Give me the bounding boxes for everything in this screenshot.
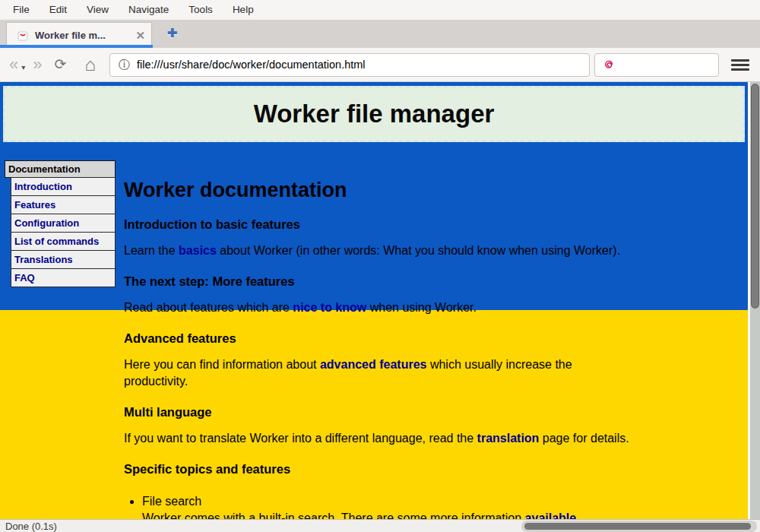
menu-edit[interactable]: Edit bbox=[40, 0, 77, 20]
text: Read about features which are bbox=[124, 301, 293, 314]
sidebar-item-faq[interactable]: FAQ bbox=[11, 268, 116, 287]
tab-worker-file-manager[interactable]: Worker file m... ✕ bbox=[6, 22, 152, 48]
navigation-toolbar: « ▾ » ⟳ ⌂ ⓘ file:///usr/share/doc/worker… bbox=[0, 48, 760, 82]
page-title: Worker documentation bbox=[124, 179, 741, 202]
menu-navigate[interactable]: Navigate bbox=[119, 0, 179, 20]
heading-next-step: The next step: More features bbox=[124, 274, 741, 289]
menu-tools[interactable]: Tools bbox=[179, 0, 223, 20]
status-text: Done (0.1s) bbox=[5, 521, 57, 532]
tab-bar: Worker file m... ✕ ✚ bbox=[0, 20, 760, 48]
text: Worker comes with a built-in search. The… bbox=[142, 511, 525, 519]
menubar: File Edit View Navigate Tools Help bbox=[0, 0, 760, 20]
main-menu-icon[interactable] bbox=[731, 59, 749, 71]
list-item-file-search: File search Worker comes with a built-in… bbox=[142, 493, 741, 519]
reload-icon[interactable]: ⟳ bbox=[52, 53, 70, 76]
browser-window: File Edit View Navigate Tools Help Worke… bbox=[0, 0, 760, 532]
heading-advanced: Advanced features bbox=[124, 331, 741, 346]
link-translation[interactable]: translation bbox=[477, 432, 540, 445]
doc-sidebar: Documentation Introduction Features Conf… bbox=[5, 160, 120, 519]
link-available[interactable]: available bbox=[525, 511, 577, 519]
vertical-scrollbar-thumb[interactable] bbox=[751, 84, 759, 309]
paragraph-intro: Learn the basics about Worker (in other … bbox=[124, 242, 741, 259]
status-bar: Done (0.1s) bbox=[0, 519, 760, 532]
url-bar[interactable]: ⓘ file:///usr/share/doc/worker/documenta… bbox=[109, 53, 590, 77]
sidebar-item-features[interactable]: Features bbox=[11, 195, 116, 214]
back-history-caret-icon[interactable]: ▾ bbox=[21, 63, 25, 71]
link-nice-to-know[interactable]: nice to know bbox=[293, 301, 366, 314]
text: File search bbox=[142, 495, 201, 508]
sidebar-item-configuration[interactable]: Configuration bbox=[11, 214, 116, 233]
text: . bbox=[576, 511, 579, 519]
horizontal-scrollbar[interactable] bbox=[521, 521, 757, 532]
menu-view[interactable]: View bbox=[77, 0, 119, 20]
heading-multi-language: Multi language bbox=[124, 405, 741, 420]
doc-main-content: Worker documentation Introduction to bas… bbox=[124, 160, 741, 519]
search-input[interactable] bbox=[594, 53, 719, 77]
sidebar-item-list-of-commands[interactable]: List of commands bbox=[11, 232, 116, 251]
home-icon[interactable]: ⌂ bbox=[81, 53, 99, 76]
text: Learn the bbox=[124, 244, 179, 257]
url-text[interactable]: file:///usr/share/doc/worker/documentati… bbox=[137, 59, 366, 71]
active-tab-underline bbox=[0, 45, 153, 48]
paragraph-next-step: Read about features which are nice to kn… bbox=[124, 299, 741, 316]
text: when using Worker. bbox=[366, 301, 477, 314]
text: productivity. bbox=[124, 375, 188, 388]
paragraph-multi-language: If you want to translate Worker into a d… bbox=[124, 430, 741, 447]
tab-title: Worker file m... bbox=[35, 30, 129, 41]
menu-file[interactable]: File bbox=[3, 0, 40, 20]
debian-swirl-icon bbox=[603, 59, 616, 71]
link-advanced-features[interactable]: advanced features bbox=[320, 358, 427, 371]
menu-help[interactable]: Help bbox=[223, 0, 264, 20]
topics-list: File search Worker comes with a built-in… bbox=[124, 493, 741, 519]
sidebar-header-documentation: Documentation bbox=[5, 160, 116, 178]
text: which usually increase the bbox=[426, 358, 572, 371]
page-info-icon[interactable]: ⓘ bbox=[119, 58, 130, 72]
sidebar-item-introduction[interactable]: Introduction bbox=[11, 177, 116, 196]
forward-icon[interactable]: » bbox=[30, 53, 45, 76]
text: If you want to translate Worker into a d… bbox=[124, 432, 477, 445]
paragraph-advanced: Here you can find information about adva… bbox=[124, 356, 741, 390]
tab-close-icon[interactable]: ✕ bbox=[135, 29, 145, 43]
back-icon[interactable]: « bbox=[6, 53, 21, 76]
new-tab-icon[interactable]: ✚ bbox=[167, 26, 177, 40]
text: about Worker (in other words: What you s… bbox=[217, 244, 620, 257]
heading-specific-topics: Specific topics and features bbox=[124, 462, 741, 477]
favicon-icon bbox=[17, 30, 29, 42]
heading-intro: Introduction to basic features bbox=[124, 217, 741, 232]
sidebar-item-translations[interactable]: Translations bbox=[11, 250, 116, 269]
text: page for details. bbox=[539, 432, 629, 445]
text: Here you can find information about bbox=[124, 358, 320, 371]
page-viewport: Worker file manager Documentation Introd… bbox=[0, 82, 748, 519]
link-basics[interactable]: basics bbox=[179, 244, 217, 257]
content-area: Worker file manager Documentation Introd… bbox=[0, 82, 760, 519]
vertical-scrollbar bbox=[748, 82, 760, 519]
horizontal-scrollbar-thumb[interactable] bbox=[524, 523, 751, 530]
page-banner: Worker file manager bbox=[3, 86, 745, 142]
